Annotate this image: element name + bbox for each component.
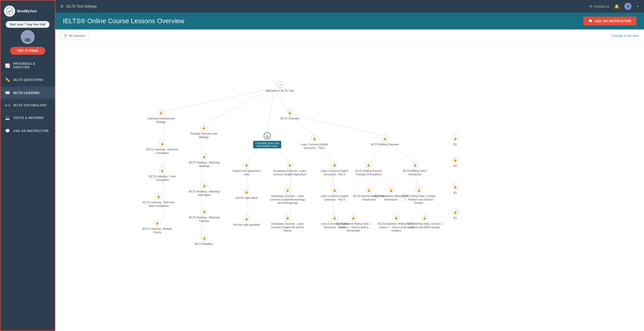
node-circle-use-right-article[interactable]: 🔒 bbox=[243, 188, 250, 195]
node-circle-vocab-art[interactable]: 🔒 bbox=[284, 214, 291, 221]
change-view-link[interactable]: Change to list view bbox=[612, 34, 639, 38]
node-circle-writing-task2-l1[interactable]: 🔒 bbox=[415, 186, 422, 193]
node-far-right-4[interactable]: 🔒 IEL bbox=[443, 208, 468, 220]
node-vocab-art[interactable]: 🔒 Vocabulary Exercise - Learn Common Eng… bbox=[269, 214, 306, 233]
node-synonyms2[interactable]: 🔒 Learn Common English Synonyms - Part 2 bbox=[317, 161, 352, 176]
node-far-right-2[interactable]: 🔒 IEL bbox=[443, 156, 468, 168]
trial-banner: Start your 7 day free trial! bbox=[6, 21, 49, 28]
node-reading-mi[interactable]: 🔒 IELTS Reading - Matching Information bbox=[188, 182, 221, 197]
all-lessons-label: All Lessons bbox=[69, 34, 85, 38]
node-reading-overview[interactable]: 🔒 Reading Overview and Strategy bbox=[189, 124, 219, 139]
node-reading-partial[interactable]: 🔒 IELTS Reading - bbox=[188, 234, 221, 246]
node-circle-far-right-1[interactable]: 🔒 bbox=[452, 135, 459, 142]
sidebar-item-vocabulary[interactable]: A-Z IELTS VOCABULARY bbox=[1, 100, 55, 111]
node-circle-reading-mh[interactable]: 🔒 bbox=[201, 153, 208, 160]
tree-connections-svg bbox=[55, 42, 644, 269]
node-pick-quantifier[interactable]: 🔒 Pick the right quantifier bbox=[230, 215, 263, 227]
node-synonyms3[interactable]: 🔒 Learn Common English synonyms - Part 3 bbox=[317, 186, 352, 201]
node-circle-subject-verb[interactable]: 🔒 bbox=[243, 161, 250, 168]
node-circle-general-writing-task1-l1[interactable]: 🔒 bbox=[350, 214, 357, 221]
sidebar-divider-4 bbox=[1, 111, 55, 111]
user-menu-chevron-icon[interactable]: ▼ bbox=[636, 5, 639, 8]
node-circle-ielts-overview[interactable]: 🔒 bbox=[286, 109, 293, 116]
try-free-button[interactable]: TRY IT FREE bbox=[10, 47, 45, 55]
sidebar-item-questions[interactable]: ✏️ IELTS QUESTIONS bbox=[1, 74, 55, 86]
node-writing-overview[interactable]: 🔒 IELTS Writing Overview bbox=[367, 135, 403, 146]
list-icon: ☰ bbox=[64, 34, 67, 38]
node-label-writing-task2-l2: IELTS Writing Task 2 Lesson 2 - Cause an… bbox=[406, 222, 443, 229]
sidebar-item-instructor[interactable]: 💬 ASK AN INSTRUCTOR bbox=[1, 125, 55, 137]
node-circle-general-writing-test-intro[interactable]: 🔒 bbox=[365, 186, 372, 193]
node-circle-listening-ntc[interactable]: 🔒 bbox=[155, 193, 162, 200]
node-label-subject-verb: Subject verb agreement rules bbox=[230, 169, 263, 176]
node-far-right-3[interactable]: 🔒 IEL bbox=[443, 183, 468, 195]
node-synonyms1[interactable]: 🔒 Learn Common English Synonyms - Part 1 bbox=[297, 135, 332, 150]
node-circle-academic-writing-test-intro[interactable]: 🔒 bbox=[388, 186, 395, 193]
node-writing-task2-intro[interactable]: 🔒 IELTS Writing Task 2 Introduction bbox=[397, 161, 433, 176]
node-ielts-overview[interactable]: 🔒 IELTS Overview bbox=[275, 109, 305, 120]
node-writing-task2-l1[interactable]: 🔒 IELTS Writing Task 2 Lesson 1 - Proble… bbox=[401, 186, 436, 205]
node-circle-countable-nouns[interactable]: 🔒 bbox=[264, 132, 271, 139]
node-listening-overview[interactable]: 🔒 Listening Overview and Strategy bbox=[146, 109, 176, 124]
all-lessons-button[interactable]: ☰ All Lessons bbox=[60, 32, 89, 39]
node-circle-reading-partial[interactable]: 🔒 bbox=[201, 234, 208, 241]
node-label-synonyms2: Learn Common English Synonyms - Part 2 bbox=[317, 169, 352, 176]
node-circle-reading-mf[interactable]: 🔒 bbox=[201, 208, 208, 215]
node-circle-listening-sc[interactable]: 🔒 bbox=[159, 140, 166, 147]
node-listening-mc[interactable]: 🔒 IELTS Listening - Multiple Choice bbox=[141, 219, 174, 234]
node-circle-root[interactable]: + bbox=[277, 81, 284, 88]
node-vocab-archaeology[interactable]: 🔒 Vocabulary Exercise - Learn Common Eng… bbox=[269, 186, 306, 205]
node-circle-vocab-agriculture[interactable]: 🔒 bbox=[286, 161, 293, 168]
node-circle-listening-overview[interactable]: 🔒 bbox=[157, 109, 165, 116]
node-countable-nouns[interactable]: 🔒 Countable nouns anduncountable nouns bbox=[252, 132, 282, 148]
node-circle-synonyms2[interactable]: 🔒 bbox=[331, 161, 338, 168]
lessons-icon: 📖 bbox=[5, 90, 10, 95]
node-circle-far-right-2[interactable]: 🔒 bbox=[452, 156, 459, 163]
node-use-right-article[interactable]: 🔒 Use the right article bbox=[230, 188, 263, 200]
node-circle-academic-writing-task1-l1[interactable]: 🔒 bbox=[393, 214, 400, 221]
svg-point-2 bbox=[25, 38, 31, 42]
sidebar-item-label-instructor: ASK AN INSTRUCTOR bbox=[13, 129, 49, 133]
node-circle-writing-task2-intro[interactable]: 🔒 bbox=[412, 161, 419, 168]
node-general-writing-task1-l1[interactable]: 🔒 IELTS General Writing Task 1 Lesson 1 … bbox=[335, 214, 372, 233]
node-writing-general[interactable]: 🔒 IELTS Writing General Training VS Acad… bbox=[351, 161, 386, 176]
node-circle-far-right-3[interactable]: 🔒 bbox=[452, 183, 459, 190]
sidebar-collapse-button[interactable]: ‹ bbox=[6, 163, 11, 168]
node-circle-writing-overview[interactable]: 🔒 bbox=[381, 135, 388, 142]
node-circle-far-right-4[interactable]: 🔒 bbox=[452, 208, 459, 215]
node-reading-mf[interactable]: 🔒 IELTS Reading - Matching Features bbox=[188, 208, 221, 223]
sidebar-item-lessons[interactable]: 📖 IELTS LESSONS bbox=[1, 87, 55, 99]
node-circle-vocab-archaeology[interactable]: 🔒 bbox=[284, 186, 291, 193]
node-circle-reading-mi[interactable]: 🔒 bbox=[201, 182, 208, 189]
node-circle-writing-task2-l2[interactable]: 🔒 bbox=[421, 214, 428, 221]
node-subject-verb[interactable]: 🔒 Subject verb agreement rules bbox=[230, 161, 263, 176]
sidebar-item-tests[interactable]: 💻 TESTS & REVIEWS bbox=[1, 112, 55, 124]
node-writing-task2-l2[interactable]: 🔒 IELTS Writing Task 2 Lesson 2 - Cause … bbox=[406, 214, 443, 229]
node-circle-listening-fc[interactable]: 🔒 bbox=[159, 167, 166, 174]
sidebar-item-label-questions: IELTS QUESTIONS bbox=[13, 78, 43, 82]
main-area: ⚙ IELTS Test Settings ✉ Contact us 🔔 👤 ▼… bbox=[55, 0, 644, 331]
node-listening-fc[interactable]: 🔒 IELTS Listening - Form Completion bbox=[146, 167, 179, 182]
contact-us-link[interactable]: ✉ Contact us bbox=[589, 5, 609, 8]
notification-bell-icon[interactable]: 🔔 bbox=[614, 4, 619, 9]
node-label-pick-quantifier: Pick the right quantifier bbox=[233, 223, 260, 227]
node-reading-mh[interactable]: 🔒 IELTS Reading - Matching Headings bbox=[188, 153, 221, 168]
topbar: ⚙ IELTS Test Settings ✉ Contact us 🔔 👤 ▼ bbox=[55, 0, 644, 13]
sidebar-item-progress[interactable]: 📈 PROGRESS & ANALYSIS bbox=[1, 58, 55, 73]
node-listening-ntc[interactable]: 🔒 IELTS Listening - Note and Table Compl… bbox=[141, 193, 176, 208]
node-listening-sc[interactable]: 🔒 IELTS Listening - Sentence Completion bbox=[146, 140, 179, 155]
settings-icon: ⚙ bbox=[60, 4, 64, 8]
node-circle-synonyms3[interactable]: 🔒 bbox=[331, 186, 338, 193]
node-circle-writing-general[interactable]: 🔒 bbox=[365, 161, 372, 168]
header-bar: IELTS® Online Course Lessons Overview 💬 … bbox=[55, 13, 644, 29]
node-root[interactable]: + Welcome to IELTS Tutor bbox=[265, 81, 295, 93]
node-circle-synonyms1[interactable]: 🔒 bbox=[311, 135, 318, 142]
node-circle-reading-overview[interactable]: 🔒 bbox=[200, 124, 207, 131]
node-circle-listening-mc[interactable]: 🔒 bbox=[154, 219, 161, 226]
user-avatar[interactable]: 👤 bbox=[624, 3, 631, 10]
node-circle-pick-quantifier[interactable]: 🔒 bbox=[243, 215, 250, 222]
sidebar: ‹ BestMyTest Start your 7 day free trial… bbox=[0, 0, 55, 331]
node-far-right-1[interactable]: 🔒 IEL bbox=[443, 135, 468, 146]
node-vocab-agriculture[interactable]: 🔒 Vocabulary Exercise - Learn Common Eng… bbox=[272, 161, 307, 176]
ask-instructor-button[interactable]: 💬 ASK AN INSTRUCTOR bbox=[583, 17, 636, 25]
